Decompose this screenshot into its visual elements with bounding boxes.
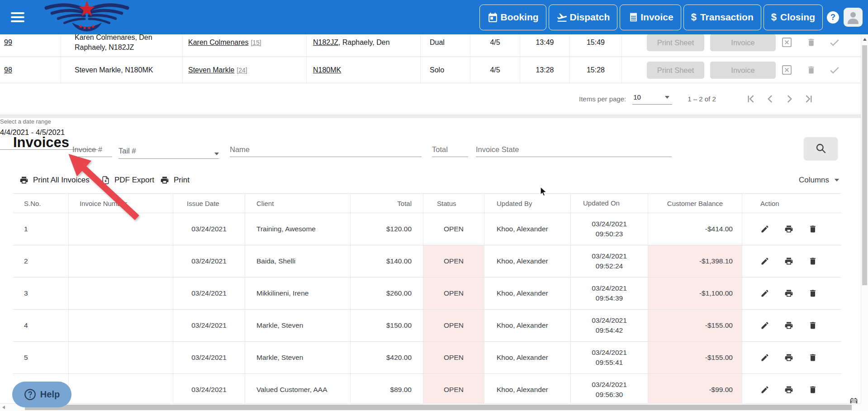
delete-icon[interactable]: [808, 385, 817, 394]
date-range-label: Select a date range: [0, 118, 98, 125]
status-badge: OPEN: [423, 374, 484, 406]
delete-icon[interactable]: [808, 225, 817, 234]
client-ref-link[interactable]: [15]: [251, 39, 261, 46]
invoice-number-filter[interactable]: [72, 142, 112, 157]
print-icon[interactable]: [784, 257, 793, 266]
print-icon[interactable]: [784, 321, 793, 330]
nav-booking-button[interactable]: Booking: [479, 5, 546, 30]
col-header-sno: S.No.: [13, 194, 69, 213]
first-page-icon[interactable]: [747, 95, 754, 103]
page-title: Invoices: [13, 134, 69, 151]
print-icon[interactable]: [784, 225, 793, 234]
booking-id-link[interactable]: 98: [4, 66, 12, 74]
name-input[interactable]: [230, 145, 422, 157]
search-button[interactable]: [804, 137, 838, 160]
status-badge: OPEN: [423, 213, 484, 245]
print-all-invoices-button[interactable]: Print All Invoices: [19, 173, 90, 187]
print-button[interactable]: Print: [160, 173, 190, 187]
menu-icon[interactable]: [11, 10, 24, 24]
nav-closing-button[interactable]: $ Closing: [764, 5, 823, 30]
columns-dropdown[interactable]: Columns: [799, 173, 839, 187]
invoice-button[interactable]: Invoice: [710, 34, 776, 51]
total-input[interactable]: [432, 145, 468, 157]
next-page-icon[interactable]: [786, 95, 793, 103]
booking-date: 4/5: [470, 57, 520, 83]
invoices-panel: Invoices Tail # Select a date range 4/4/…: [0, 118, 861, 411]
nav-help-icon[interactable]: ?: [827, 11, 839, 24]
last-page-icon[interactable]: [805, 95, 813, 103]
edit-icon[interactable]: [760, 353, 769, 362]
scroll-left-arrow-icon[interactable]: [2, 406, 5, 409]
client-ref-link[interactable]: [24]: [237, 67, 247, 74]
printer-icon: [19, 176, 28, 185]
check-icon[interactable]: [829, 64, 840, 76]
vertical-scroll-thumb[interactable]: [862, 45, 867, 285]
edit-icon[interactable]: [760, 257, 769, 266]
flight-school-logo[interactable]: [39, 0, 135, 34]
invoice-state-filter[interactable]: [476, 140, 672, 157]
table-row: 2 03/24/2021 Baida, Shelli $140.00 OPEN …: [13, 245, 841, 277]
delete-icon[interactable]: [808, 257, 817, 266]
edit-icon[interactable]: [760, 225, 769, 234]
edit-icon[interactable]: [760, 385, 769, 394]
tail-link[interactable]: N182JZ: [313, 38, 338, 47]
status-badge: OPEN: [423, 310, 484, 341]
top-navbar: Booking Dispatch Invoice $ Transaction $…: [0, 0, 868, 34]
cancel-box-icon[interactable]: [782, 65, 792, 75]
nav-transaction-button[interactable]: $ Transaction: [683, 5, 761, 30]
print-icon[interactable]: [784, 353, 793, 362]
pdf-export-button[interactable]: PDF Export: [101, 173, 154, 187]
edit-icon[interactable]: [760, 289, 769, 298]
booking-summary: Steven Markle, N180MK: [61, 57, 183, 83]
invoice-number-input[interactable]: [72, 145, 112, 157]
invoice-state-input[interactable]: [476, 145, 672, 157]
delete-icon[interactable]: [808, 321, 817, 330]
delete-icon[interactable]: [806, 65, 816, 75]
vertical-scrollbar[interactable]: [861, 34, 868, 403]
person-icon: [845, 9, 861, 25]
paginator: Items per page: 10 1 – 2 of 2: [579, 83, 813, 115]
horizontal-scroll-thumb[interactable]: [25, 405, 852, 410]
booking-id-link[interactable]: 99: [4, 38, 12, 47]
help-question-icon: [24, 388, 36, 401]
status-badge: OPEN: [423, 342, 484, 373]
print-sheet-button[interactable]: Print Sheet: [647, 62, 704, 79]
nav-dispatch-button[interactable]: Dispatch: [549, 5, 618, 30]
dollar-icon: $: [691, 11, 697, 23]
nav-invoice-button[interactable]: Invoice: [620, 5, 681, 30]
tail-rest: , Raphaely, Den: [338, 38, 390, 47]
tail-link[interactable]: N180MK: [313, 66, 341, 74]
print-icon[interactable]: [784, 385, 793, 394]
delete-icon[interactable]: [808, 289, 817, 298]
col-header-total: Total: [351, 194, 423, 213]
booking-type: Solo: [421, 57, 470, 83]
print-sheet-button[interactable]: Print Sheet: [647, 34, 704, 51]
cancel-box-icon[interactable]: [782, 37, 792, 48]
items-per-page-label: Items per page:: [579, 95, 626, 103]
prev-page-icon[interactable]: [766, 95, 774, 103]
avatar[interactable]: [844, 8, 863, 27]
total-filter[interactable]: [432, 142, 468, 157]
scroll-up-arrow-icon[interactable]: [863, 38, 867, 41]
col-header-client: Client: [245, 194, 351, 213]
delete-icon[interactable]: [806, 38, 816, 47]
name-filter[interactable]: [230, 140, 422, 157]
horizontal-scrollbar[interactable]: [0, 403, 861, 411]
invoice-button[interactable]: Invoice: [710, 62, 776, 79]
client-link[interactable]: Steven Markle: [188, 66, 234, 74]
page-size-select[interactable]: 10: [632, 93, 672, 105]
search-icon: [815, 143, 827, 154]
booking-end-time: 15:28: [570, 57, 622, 83]
client-link[interactable]: Karen Colmenares: [188, 38, 248, 47]
table-header-row: S.No. Invoice Number Issue Date Client T…: [13, 193, 841, 213]
edit-icon[interactable]: [760, 321, 769, 330]
print-icon[interactable]: [784, 289, 793, 298]
col-header-updated-on: Updated On: [571, 194, 648, 213]
pdf-file-icon: [101, 176, 110, 185]
help-button[interactable]: Help: [12, 382, 71, 407]
delete-icon[interactable]: [808, 353, 817, 362]
col-header-status: Status: [423, 194, 484, 213]
booking-row: 98 Steven Markle, N180MK Steven Markle […: [0, 57, 861, 83]
tail-filter-select[interactable]: Tail #: [119, 140, 219, 159]
check-icon[interactable]: [829, 37, 840, 48]
